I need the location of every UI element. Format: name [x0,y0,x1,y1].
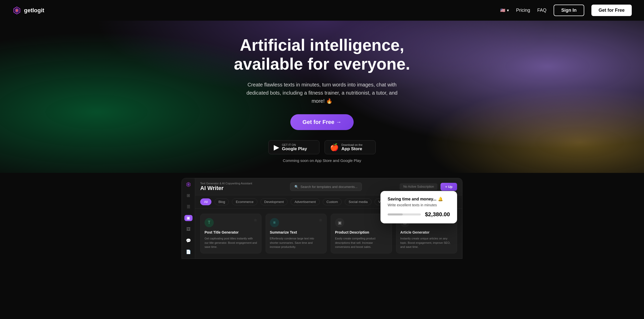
hero-content: Artificial intelligence, available for e… [225,36,419,163]
google-play-icon: ▶ [274,143,279,151]
filter-development[interactable]: Development [260,198,288,205]
card-icon-product: ▣ [335,218,344,227]
card-title-3: Product Description [335,230,388,234]
sidebar-grid-icon[interactable]: ⊞ [184,192,193,198]
app-mini-logo [185,182,192,187]
app-topbar-left: Text Generator & AI Copywriting Assistan… [200,182,252,192]
apple-icon: 🍎 [330,143,339,151]
app-preview-section: ⊞ ☰ ▣ 🖼 💬 📄 Text Generator & AI Copywrit… [0,173,644,259]
language-selector[interactable]: 🇺🇸 ▾ [500,8,509,13]
app-category-label: Text Generator & AI Copywriting Assistan… [200,182,252,185]
card-title-1: Post Title Generator [205,230,257,234]
card-desc-2: Effortlessly condense large text into sh… [270,236,323,249]
savings-progress-fill [388,213,403,215]
sidebar-document-icon[interactable]: ▣ [184,215,193,221]
card-star-icon-2[interactable]: ☆ [319,218,322,222]
card-post-title[interactable]: ☆ T Post Title Generator Get captivating… [200,214,261,253]
card-title-4: Article Generator [400,230,453,234]
filter-blog[interactable]: Blog [214,198,229,205]
card-icon-summarize: ≡ [270,218,279,227]
floating-card-title: Saving time and money... 🔔 [388,197,450,201]
floating-title-text: Saving time and money... [388,197,436,201]
app-sidebar: ⊞ ☰ ▣ 🖼 💬 📄 [182,178,195,259]
card-desc-1: Get captivating post titles instantly wi… [205,236,257,249]
brand-name: getlogit [24,7,44,14]
nav-getfree-button[interactable]: Get for Free [591,5,632,16]
brand-logo[interactable]: getlogit [12,6,44,15]
hero-getfree-button[interactable]: Get for Free → [290,114,354,130]
card-desc-3: Easily create compelling product descrip… [335,236,388,249]
subscription-badge: No Active Subscription [400,183,437,190]
nav-right: 🇺🇸 ▾ Pricing FAQ Sign In Get for Free [500,5,632,16]
app-topbar-right: No Active Subscription + Up [400,183,457,191]
nav-faq[interactable]: FAQ [537,8,546,13]
search-icon: 🔍 [294,185,299,189]
sidebar-chat-icon[interactable]: 💬 [184,237,193,244]
savings-progress-bar [388,213,421,215]
google-play-button[interactable]: ▶ GET IT ON Google Play [268,140,319,154]
card-desc-4: Instantly create unique articles on any … [400,236,453,249]
app-title-label: AI Writer [200,185,252,192]
upgrade-button[interactable]: + Up [440,183,457,191]
app-store-large-text: App Store [341,146,363,151]
coming-soon-text: Comming soon on App Store and Google Pla… [225,158,419,163]
card-title-2: Summarize Text [270,230,323,234]
chevron-down-icon: ▾ [507,8,509,13]
hero-title: Artificial intelligence, available for e… [225,36,419,73]
store-buttons: ▶ GET IT ON Google Play 🍎 Download on th… [225,140,419,154]
floating-card-bottom: $2,380.00 [388,211,450,218]
filter-advertisement[interactable]: Advertisement [291,198,319,205]
google-play-large-text: Google Play [282,146,307,151]
sidebar-image-icon[interactable]: 🖼 [184,226,193,232]
flag-icon: 🇺🇸 [500,8,505,13]
filter-all[interactable]: All [200,198,211,205]
signin-button[interactable]: Sign In [554,5,584,16]
app-window: ⊞ ☰ ▣ 🖼 💬 📄 Text Generator & AI Copywrit… [182,178,462,259]
filter-social-media[interactable]: Social media [345,198,371,205]
floating-card-subtitle: Write excellent texts in minutes [388,203,450,207]
savings-price: $2,380.00 [425,211,450,218]
filter-custom[interactable]: Custom [323,198,342,205]
floating-title-emoji: 🔔 [438,197,443,201]
hero-section: Artificial intelligence, available for e… [0,21,644,173]
card-star-icon[interactable]: ☆ [254,218,257,222]
google-play-small-text: GET IT ON [282,143,307,146]
app-store-button[interactable]: 🍎 Download on the App Store [325,140,376,154]
nav-pricing[interactable]: Pricing [516,8,530,13]
app-search-bar[interactable]: 🔍 Search for templates and documents... [290,183,362,191]
search-placeholder-text: Search for templates and documents... [301,185,357,189]
navbar: getlogit 🇺🇸 ▾ Pricing FAQ Sign In Get fo… [0,0,644,21]
filter-ecommerce[interactable]: Ecommerce [232,198,257,205]
card-icon-t: T [205,218,214,227]
card-summarize[interactable]: ☆ ≡ Summarize Text Effortlessly condense… [266,214,327,253]
hero-subtitle: Create flawless texts in minutes, turn w… [245,81,399,105]
floating-savings-card: Saving time and money... 🔔 Write excelle… [380,191,457,223]
sidebar-list-icon[interactable]: ☰ [184,204,193,210]
sidebar-file-icon[interactable]: 📄 [184,249,193,255]
app-store-small-text: Download on the [341,143,363,146]
